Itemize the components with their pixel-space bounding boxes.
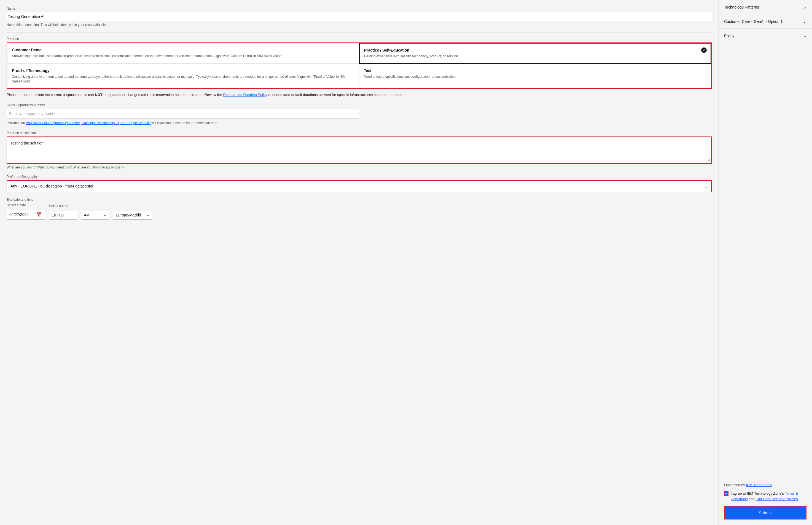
optimized-label: Optimized by (724, 483, 746, 487)
geography-chevron-icon: ⌄ (704, 184, 708, 189)
ampm-field: AM ⌄ (81, 211, 109, 220)
end-date-label: End date and time (6, 198, 712, 201)
time-input-wrapper (49, 211, 77, 220)
tz-select-container: Europe/Madrid ⌄ (113, 211, 152, 220)
date-select-label: Select a date (6, 203, 45, 207)
ampm-chevron-icon: ⌄ (104, 213, 106, 217)
timezone-value: Europe/Madrid (116, 213, 141, 217)
purpose-card-practice[interactable]: ✓ Practice / Self-Education Gaining expe… (359, 43, 711, 64)
accordion-technology-patterns: Technology Patterns ⌄ (719, 0, 812, 14)
name-label: Name (6, 6, 712, 11)
purpose-card-test[interactable]: Test Need to test a specific function, c… (359, 64, 711, 89)
purpose-title-pot: Proof-of-Technology (12, 69, 354, 73)
warning-text-3: to understand default durations allowed … (267, 93, 403, 97)
name-input-wrapper (6, 12, 712, 21)
date-row: Select a date 📅 Select a time AM (6, 203, 712, 220)
geography-section: Preferred Geography Any - EUROPE - eu-de… (6, 175, 712, 192)
purpose-desc-practice: Gaining experience with specific technol… (364, 54, 706, 59)
geography-label: Preferred Geography (6, 175, 712, 179)
sales-opportunity-section: Sales Opportunity number Providing an IB… (6, 103, 712, 125)
accordion-chevron-technology-patterns: ⌄ (803, 4, 807, 10)
optimized-text: Optimized by IBM Turbonomic (724, 483, 807, 487)
accordion-title-policy: Policy (724, 34, 734, 38)
purpose-title-practice: Practice / Self-Education (364, 48, 706, 52)
purpose-description-hint: What are you doing? Why do you need this… (6, 165, 712, 169)
purpose-card-pot[interactable]: Proof-of-Technology Customizing an envir… (7, 64, 359, 89)
sidebar: Technology Patterns ⌄ Customer Care - Ge… (718, 0, 812, 525)
ibm-turbonomic-link[interactable]: IBM Turbonomic (746, 483, 772, 487)
sidebar-bottom: Optimized by IBM Turbonomic I agree to I… (719, 477, 812, 525)
calendar-icon[interactable]: 📅 (36, 212, 42, 217)
terms-text-2: and (748, 497, 755, 501)
purpose-description-section: Purpose description What are you doing? … (6, 131, 712, 169)
terms-checkbox[interactable] (724, 491, 729, 496)
name-input[interactable] (6, 14, 712, 19)
checkmark-icon (725, 492, 728, 495)
date-input[interactable] (10, 212, 34, 217)
purpose-description-wrapper (6, 136, 712, 164)
ampm-wrapper[interactable]: AM ⌄ (81, 211, 109, 220)
reservation-duration-policy-link[interactable]: Reservation Duration Policy (223, 93, 267, 97)
ampm-value: AM (84, 213, 90, 217)
accordion-header-policy[interactable]: Policy ⌄ (719, 29, 812, 43)
helper-text-1: Providing an (6, 121, 26, 125)
time-field: Select a time (49, 204, 77, 220)
date-input-wrapper: 📅 (6, 210, 45, 220)
purpose-section: Purpose Customer Demo Showcasing a pre-b… (6, 37, 712, 97)
purpose-desc-pot: Customizing an environment to set up and… (12, 74, 354, 84)
end-user-security-link[interactable]: End User Security Policies (755, 497, 798, 501)
accordion-policy: Policy ⌄ (719, 29, 812, 43)
purpose-desc-customer-demo: Showcasing a pre-built, standardized pro… (12, 54, 354, 58)
ampm-select-container: AM ⌄ (81, 211, 109, 220)
accordion-chevron-policy: ⌄ (803, 33, 807, 38)
sales-opportunity-input[interactable] (6, 109, 359, 119)
ibm-sales-cloud-link[interactable]: IBM Sales Cloud opportunity number, Gain… (26, 121, 151, 125)
time-input[interactable] (52, 213, 66, 217)
accordion-title-customer-care: Customer Care - GenAI - Option 1 (724, 19, 782, 24)
warning-text-1: Please ensure to select the correct purp… (6, 93, 95, 97)
accordion-customer-care: Customer Care - GenAI - Option 1 ⌄ (719, 14, 812, 29)
purpose-warning: Please ensure to select the correct purp… (6, 92, 712, 97)
accordion-title-technology-patterns: Technology Patterns (724, 5, 759, 10)
purpose-description-label: Purpose description (6, 131, 712, 135)
purpose-title-customer-demo: Customer Demo (12, 48, 354, 52)
purpose-check-icon: ✓ (701, 47, 707, 53)
name-section: Name Name this reservation. This will he… (6, 6, 712, 27)
timezone-field: Europe/Madrid ⌄ (113, 211, 152, 220)
helper-text-2: will allow you to extend your reservatio… (151, 121, 218, 125)
main-content: Name Name this reservation. This will he… (0, 0, 718, 525)
terms-text: I agree to IBM Technology Zone's Terms &… (731, 491, 807, 501)
page-layout: Name Name this reservation. This will he… (0, 0, 812, 525)
warning-text-2: be updated or changed after this reserva… (103, 93, 223, 97)
warning-not: NOT (95, 93, 102, 97)
accordion-header-technology-patterns[interactable]: Technology Patterns ⌄ (719, 0, 812, 14)
terms-row: I agree to IBM Technology Zone's Terms &… (724, 491, 807, 501)
tz-wrapper[interactable]: Europe/Madrid ⌄ (113, 211, 152, 220)
tz-chevron-icon: ⌄ (147, 213, 149, 217)
purpose-description-textarea[interactable] (8, 138, 710, 161)
name-hint: Name this reservation. This will help id… (6, 23, 712, 27)
purpose-label: Purpose (6, 37, 712, 41)
end-date-section: End date and time Select a date 📅 Select… (6, 198, 712, 220)
date-field: Select a date 📅 (6, 203, 45, 220)
purpose-grid: Customer Demo Showcasing a pre-built, st… (6, 43, 712, 89)
submit-button[interactable]: Submit (724, 506, 807, 520)
geography-value: Any - EUROPE - eu-de region - fra04 data… (11, 184, 704, 188)
accordion-chevron-customer-care: ⌄ (803, 19, 807, 24)
sales-opportunity-helper: Providing an IBM Sales Cloud opportunity… (6, 120, 712, 125)
sales-opportunity-label: Sales Opportunity number (6, 103, 712, 107)
purpose-desc-test: Need to test a specific function, config… (364, 74, 706, 79)
purpose-card-customer-demo[interactable]: Customer Demo Showcasing a pre-built, st… (7, 43, 359, 64)
purpose-title-test: Test (364, 69, 706, 73)
terms-text-1: I agree to IBM Technology Zone's (731, 491, 785, 495)
geography-select[interactable]: Any - EUROPE - eu-de region - fra04 data… (6, 180, 712, 192)
time-select-label: Select a time (49, 204, 77, 208)
accordion-header-customer-care[interactable]: Customer Care - GenAI - Option 1 ⌄ (719, 14, 812, 28)
